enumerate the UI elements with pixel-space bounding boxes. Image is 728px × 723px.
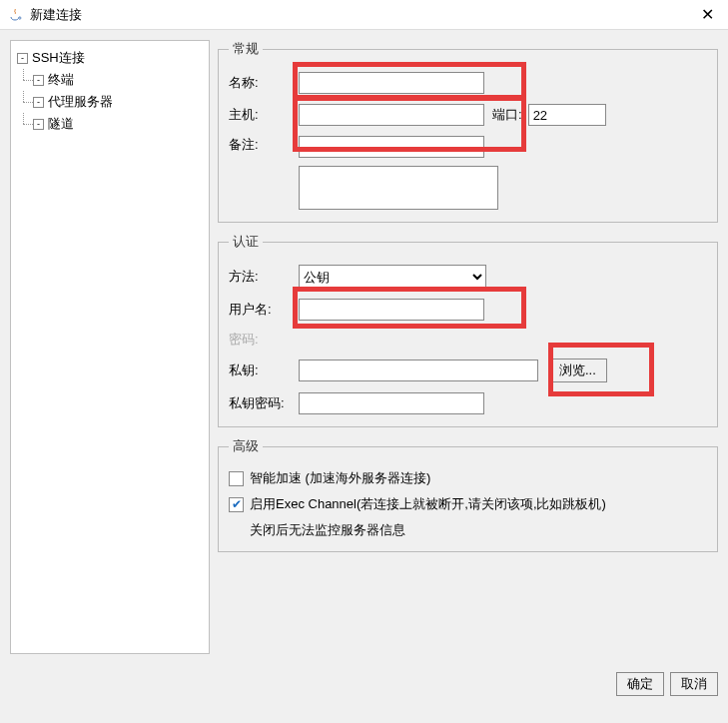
sidebar-item-label: 代理服务器: [48, 93, 113, 111]
tree-toggle-icon[interactable]: -: [33, 75, 44, 86]
username-label: 用户名:: [229, 301, 299, 319]
username-row: 用户名:: [229, 299, 707, 321]
method-row: 方法: 公钥: [229, 265, 707, 289]
java-icon: [8, 7, 24, 23]
sidebar: - SSH连接 - 终端 - 代理服务器 - 隧道: [10, 40, 210, 654]
advanced-fieldset: 高级 智能加速 (加速海外服务器连接) 启用Exec Channel(若连接上就…: [218, 437, 718, 552]
close-icon[interactable]: ✕: [695, 5, 720, 24]
titlebar: 新建连接 ✕: [0, 0, 728, 30]
exec-label: 启用Exec Channel(若连接上就被断开,请关闭该项,比如跳板机): [250, 495, 606, 513]
privkey-row: 私钥: 浏览...: [229, 359, 707, 382]
sidebar-item-label: 终端: [48, 71, 74, 89]
name-row: 名称:: [229, 72, 707, 94]
auth-fieldset: 认证 方法: 公钥 用户名: 密码: 私钥:: [218, 233, 718, 427]
main-panel: 常规 名称: 主机: 端口: 备注:: [218, 40, 718, 654]
name-label: 名称:: [229, 74, 299, 92]
tree-toggle-icon[interactable]: -: [33, 119, 44, 130]
host-input[interactable]: [299, 104, 484, 126]
exec-checkbox[interactable]: [229, 497, 244, 512]
host-row: 主机: 端口:: [229, 104, 707, 126]
port-label: 端口:: [492, 106, 522, 124]
sidebar-item-terminal[interactable]: - 终端: [15, 69, 205, 91]
tree-toggle-icon[interactable]: -: [17, 53, 28, 64]
sidebar-item-tunnel[interactable]: - 隧道: [15, 113, 205, 135]
privkey-label: 私钥:: [229, 362, 299, 379]
accel-row: 智能加速 (加速海外服务器连接): [229, 469, 707, 487]
username-input[interactable]: [299, 299, 484, 321]
accel-label: 智能加速 (加速海外服务器连接): [250, 469, 430, 487]
auth-legend: 认证: [229, 233, 263, 251]
remark-label: 备注:: [229, 136, 299, 154]
password-label: 密码:: [229, 331, 299, 349]
passphrase-row: 私钥密码:: [229, 392, 707, 414]
exec-note: 关闭后无法监控服务器信息: [250, 521, 707, 539]
dialog-body: - SSH连接 - 终端 - 代理服务器 - 隧道 常规: [0, 30, 728, 664]
cancel-button[interactable]: 取消: [670, 672, 718, 696]
general-fieldset: 常规 名称: 主机: 端口: 备注:: [218, 40, 718, 223]
browse-button[interactable]: 浏览...: [548, 359, 607, 382]
host-label: 主机:: [229, 106, 299, 124]
sidebar-item-label: SSH连接: [32, 49, 85, 67]
tree-toggle-icon[interactable]: -: [33, 97, 44, 108]
dialog-window: 新建连接 ✕ - SSH连接 - 终端 - 代理服务器 - 隧道: [0, 0, 728, 706]
passphrase-input[interactable]: [299, 392, 484, 414]
remark-textarea[interactable]: [299, 166, 498, 210]
sidebar-item-label: 隧道: [48, 115, 74, 133]
ok-button[interactable]: 确定: [616, 672, 664, 696]
exec-row: 启用Exec Channel(若连接上就被断开,请关闭该项,比如跳板机): [229, 495, 707, 513]
sidebar-item-proxy[interactable]: - 代理服务器: [15, 91, 205, 113]
port-input[interactable]: [528, 104, 606, 126]
remark-row: 备注:: [229, 136, 707, 210]
remark-input[interactable]: [299, 136, 484, 158]
sidebar-item-ssh[interactable]: - SSH连接: [15, 47, 205, 69]
password-row: 密码:: [229, 331, 707, 349]
general-legend: 常规: [229, 40, 263, 58]
footer: 确定 取消: [0, 664, 728, 706]
name-input[interactable]: [299, 72, 484, 94]
accel-checkbox[interactable]: [229, 471, 244, 486]
privkey-input[interactable]: [299, 360, 538, 381]
method-select[interactable]: 公钥: [299, 265, 486, 289]
passphrase-label: 私钥密码:: [229, 394, 299, 412]
method-label: 方法:: [229, 268, 299, 286]
window-title: 新建连接: [30, 6, 82, 24]
advanced-legend: 高级: [229, 437, 263, 455]
